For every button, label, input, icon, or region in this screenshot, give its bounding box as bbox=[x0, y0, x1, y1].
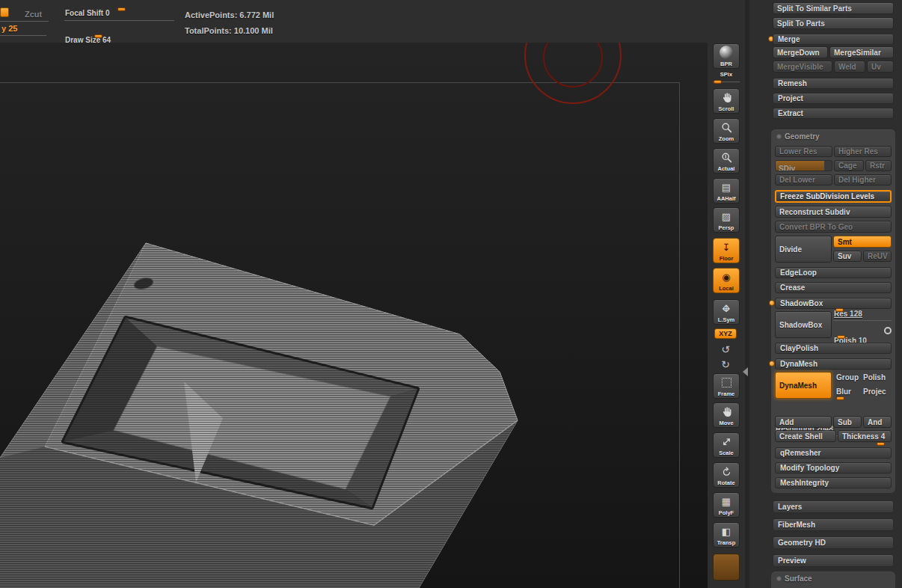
sdiv-slider[interactable]: SDiv bbox=[775, 160, 832, 171]
sdiv-label: SDiv bbox=[776, 165, 795, 171]
panel-collapse-arrow-icon[interactable] bbox=[743, 367, 748, 376]
cross-arrows-icon: ↔↕ bbox=[722, 300, 731, 316]
shadowbox-button[interactable]: ShadowBox bbox=[775, 311, 832, 338]
focal-shift-handle[interactable] bbox=[117, 7, 126, 11]
persp-button[interactable]: ▨ Persp bbox=[713, 207, 740, 233]
actual-button[interactable]: Actual bbox=[713, 148, 740, 174]
surface-panel-title[interactable]: Surface bbox=[785, 575, 812, 583]
layers-section-header[interactable]: Layers bbox=[773, 500, 894, 513]
res-track bbox=[833, 320, 892, 321]
frame-button[interactable]: Frame bbox=[713, 373, 740, 399]
polish-handle[interactable] bbox=[837, 335, 845, 339]
merge-section-header[interactable]: Merge bbox=[773, 34, 894, 45]
geometry-hd-section-header[interactable]: Geometry HD bbox=[773, 536, 894, 549]
rotate-cw-icon[interactable]: ↻ bbox=[719, 358, 732, 370]
rstr-button[interactable]: Rstr bbox=[865, 160, 892, 171]
zcut-slider-track[interactable] bbox=[0, 21, 49, 22]
zoom-button[interactable]: Zoom bbox=[713, 118, 740, 144]
merge-visible-button[interactable]: MergeVisible bbox=[773, 61, 832, 73]
active-points-readout: ActivePoints: 6.772 Mil bbox=[185, 10, 274, 19]
scale-button[interactable]: Scale bbox=[713, 432, 740, 458]
draw-size-handle[interactable] bbox=[94, 34, 102, 38]
fibermesh-section-header[interactable]: FiberMesh bbox=[773, 518, 894, 531]
res-handle[interactable] bbox=[835, 308, 844, 312]
cropped-shelf-button[interactable] bbox=[713, 554, 740, 581]
bpr-button[interactable]: BPR bbox=[713, 43, 740, 69]
del-higher-button[interactable]: Del Higher bbox=[834, 174, 892, 186]
perspective-grid-icon: ▨ bbox=[722, 208, 731, 224]
dynamesh-section-header[interactable]: DynaMesh bbox=[775, 358, 892, 370]
merge-similar-button[interactable]: MergeSimilar bbox=[829, 46, 894, 58]
reuv-button[interactable]: ReUV bbox=[863, 251, 892, 262]
move-button[interactable]: Move bbox=[713, 402, 740, 428]
floor-button[interactable]: ↧ Floor bbox=[713, 238, 740, 263]
claypolish-section-header[interactable]: ClayPolish bbox=[775, 343, 892, 354]
create-shell-button[interactable]: Create Shell bbox=[775, 430, 836, 442]
polish-button[interactable]: Polish bbox=[863, 373, 886, 382]
weld-button[interactable]: Weld bbox=[834, 61, 865, 73]
mesh-integrity-section-header[interactable]: MeshIntegrity bbox=[775, 477, 892, 489]
rotate-button[interactable]: Rotate bbox=[713, 462, 740, 488]
del-lower-button[interactable]: Del Lower bbox=[775, 174, 832, 186]
preview-section-header[interactable]: Preview bbox=[773, 554, 894, 567]
zoom-label: Zoom bbox=[719, 135, 734, 142]
divide-button[interactable]: Divide bbox=[775, 236, 832, 263]
lsym-button[interactable]: ↔↕ L.Sym bbox=[713, 299, 740, 325]
project-section-header[interactable]: Project bbox=[773, 93, 894, 104]
aahalf-button[interactable]: ▤ AAHalf bbox=[713, 178, 740, 203]
sub-button[interactable]: Sub bbox=[833, 416, 862, 428]
polyf-button[interactable]: ▦ PolyF bbox=[713, 492, 740, 518]
higher-res-button[interactable]: Higher Res bbox=[834, 146, 892, 157]
spix-handle[interactable] bbox=[714, 80, 722, 84]
local-button[interactable]: ◉ Local bbox=[713, 268, 740, 293]
remesh-section-header[interactable]: Remesh bbox=[773, 78, 894, 89]
extract-section-header[interactable]: Extract bbox=[773, 108, 894, 119]
cage-button[interactable]: Cage bbox=[834, 160, 864, 171]
reconstruct-subdiv-button[interactable]: Reconstruct Subdiv bbox=[775, 206, 892, 218]
spix-slider[interactable]: SPix bbox=[713, 71, 740, 82]
blur-handle[interactable] bbox=[836, 396, 844, 400]
surface-panel-dot-icon bbox=[776, 576, 782, 581]
focal-shift-track bbox=[64, 20, 174, 21]
add-button[interactable]: Add bbox=[775, 416, 832, 428]
merge-down-button[interactable]: MergeDown bbox=[773, 46, 828, 58]
uv-button[interactable]: Uv bbox=[867, 61, 894, 73]
shadowbox-section-header[interactable]: ShadowBox bbox=[775, 298, 892, 309]
transp-button[interactable]: ◧ Transp bbox=[713, 522, 740, 548]
scroll-button[interactable]: Scroll bbox=[713, 88, 740, 114]
persp-label: Persp bbox=[719, 224, 734, 231]
magnifier-actual-icon bbox=[721, 149, 732, 165]
hand-icon bbox=[721, 89, 732, 105]
convert-bpr-to-geo-button[interactable]: Convert BPR To Geo bbox=[775, 221, 892, 233]
total-points-readout: TotalPoints: 10.100 Mil bbox=[185, 26, 273, 35]
group-button[interactable]: Group bbox=[836, 373, 859, 382]
and-button[interactable]: And bbox=[863, 416, 892, 428]
qremesher-section-header[interactable]: qRemesher bbox=[775, 447, 892, 459]
edgeloop-section-header[interactable]: EdgeLoop bbox=[775, 267, 892, 278]
blur-slider-label[interactable]: Blur bbox=[836, 388, 851, 396]
y-slider-track[interactable] bbox=[0, 35, 46, 36]
rotate-ccw-icon[interactable]: ↺ bbox=[719, 343, 732, 355]
polish-dynamic-toggle-icon[interactable] bbox=[884, 327, 892, 334]
modify-topology-section-header[interactable]: Modify Topology bbox=[775, 462, 892, 474]
thickness-slider[interactable]: Thickness 4 bbox=[838, 430, 892, 442]
suv-button[interactable]: Suv bbox=[833, 251, 862, 262]
split-to-similar-parts-button[interactable]: Split To Similar Parts bbox=[773, 2, 894, 14]
dynamesh-button[interactable]: DynaMesh bbox=[775, 372, 832, 399]
geometry-panel-dot-icon bbox=[776, 134, 782, 139]
local-label: Local bbox=[719, 285, 734, 292]
res-slider[interactable]: Res 128 bbox=[833, 310, 892, 322]
cropped-slider-handle[interactable] bbox=[0, 7, 9, 17]
thickness-handle[interactable] bbox=[877, 442, 885, 446]
focal-shift-slider[interactable]: Focal Shift 0 bbox=[64, 9, 174, 22]
smt-button[interactable]: Smt bbox=[833, 236, 892, 248]
document-canvas[interactable] bbox=[0, 43, 708, 588]
lower-res-button[interactable]: Lower Res bbox=[775, 146, 832, 157]
split-to-parts-button[interactable]: Split To Parts bbox=[773, 17, 894, 29]
magnifier-icon bbox=[721, 119, 732, 135]
xyz-button[interactable]: XYZ bbox=[714, 328, 737, 339]
dynamesh-section-dot-icon bbox=[769, 361, 775, 367]
project-button[interactable]: Projec bbox=[863, 388, 895, 396]
crease-section-header[interactable]: Crease bbox=[775, 282, 892, 293]
freeze-subdivision-levels-button[interactable]: Freeze SubDivision Levels bbox=[775, 190, 892, 203]
